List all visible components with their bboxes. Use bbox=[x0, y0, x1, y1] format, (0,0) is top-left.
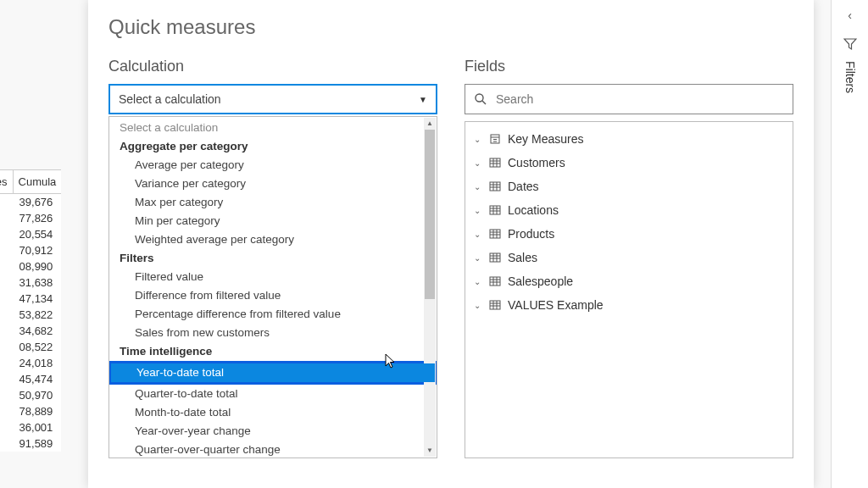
field-label: Sales bbox=[508, 251, 537, 264]
calculation-option[interactable]: Filtered value bbox=[109, 268, 437, 286]
bg-table-cell: 70,912 bbox=[0, 242, 61, 258]
fields-search-input[interactable] bbox=[496, 92, 784, 106]
bg-table-cell: 24,018 bbox=[0, 355, 61, 371]
fields-search[interactable] bbox=[465, 84, 793, 114]
calculation-option[interactable]: Max per category bbox=[109, 193, 437, 212]
bg-table-cell: 36,001 bbox=[0, 419, 61, 435]
svg-rect-31 bbox=[490, 277, 500, 286]
bg-table-cell: 31,638 bbox=[0, 274, 61, 291]
svg-point-0 bbox=[476, 94, 483, 102]
calculation-option[interactable]: Year-over-year change bbox=[109, 422, 437, 441]
calculation-option[interactable]: Average per category bbox=[109, 156, 437, 175]
bg-table-cell: 91,589 bbox=[0, 435, 61, 452]
fields-tree: ⌄Key Measures⌄Customers⌄Dates⌄Locations⌄… bbox=[465, 121, 793, 458]
field-label: Products bbox=[508, 227, 554, 241]
expand-pane-icon[interactable]: ‹ bbox=[848, 8, 852, 22]
calculation-group-header: Time intelligence bbox=[109, 342, 437, 361]
bg-table-cell: 39,676 bbox=[0, 194, 61, 210]
bg-table-cell: 20,554 bbox=[0, 226, 61, 242]
bg-table-cell: 45,474 bbox=[0, 371, 61, 387]
calculation-dropdown[interactable]: Select a calculation ▼ bbox=[108, 84, 437, 114]
calculation-dropdown-text: Select a calculation bbox=[119, 92, 221, 106]
field-tree-item[interactable]: ⌄Locations bbox=[465, 198, 793, 222]
chevron-down-icon: ⌄ bbox=[474, 158, 482, 168]
calculation-option-placeholder[interactable]: Select a calculation bbox=[109, 119, 437, 137]
scroll-down-icon[interactable]: ▼ bbox=[424, 445, 436, 457]
calculation-label: Calculation bbox=[108, 58, 437, 75]
scrollbar[interactable]: ▲ ▼ bbox=[424, 118, 436, 457]
calculation-option[interactable]: Difference from filtered value bbox=[109, 286, 437, 305]
calculation-group-header: Aggregate per category bbox=[109, 137, 437, 156]
field-label: VALUES Example bbox=[508, 298, 604, 312]
svg-rect-6 bbox=[490, 158, 500, 167]
fields-column: Fields ⌄Key Measures⌄Customers⌄Dates⌄Loc… bbox=[465, 58, 793, 458]
bg-table-cell: 08,990 bbox=[0, 258, 61, 274]
field-tree-item[interactable]: ⌄Key Measures bbox=[465, 127, 793, 151]
background-table: Sales Cumula 39,67677,82620,55470,91208,… bbox=[0, 169, 61, 452]
table-icon bbox=[489, 157, 501, 169]
field-tree-item[interactable]: ⌄Dates bbox=[465, 175, 793, 198]
bg-table-cell: 78,889 bbox=[0, 403, 61, 419]
bg-table-cell: 08,522 bbox=[0, 339, 61, 355]
bg-col-header: Sales bbox=[0, 170, 14, 193]
field-label: Locations bbox=[508, 203, 559, 217]
calculation-dropdown-list[interactable]: ▲ ▼ Select a calculationAggregate per ca… bbox=[108, 116, 437, 458]
chevron-down-icon: ⌄ bbox=[474, 182, 482, 191]
scroll-up-icon[interactable]: ▲ bbox=[424, 118, 436, 130]
calculation-option-selected[interactable]: Year-to-date total bbox=[111, 363, 435, 382]
bg-table-cell: 34,682 bbox=[0, 323, 61, 339]
calculation-option[interactable]: Weighted average per category bbox=[109, 230, 437, 249]
calculation-group-header: Filters bbox=[109, 249, 437, 268]
bg-table-cell: 50,970 bbox=[0, 387, 61, 403]
chevron-down-icon: ⌄ bbox=[474, 277, 482, 286]
bg-table-cell: 47,134 bbox=[0, 291, 61, 307]
quick-measures-panel: Quick measures Calculation Select a calc… bbox=[88, 0, 814, 488]
chevron-down-icon: ⌄ bbox=[474, 253, 482, 263]
search-icon bbox=[474, 92, 487, 106]
chevron-down-icon: ⌄ bbox=[474, 301, 482, 310]
table-icon bbox=[489, 275, 501, 287]
field-tree-item[interactable]: ⌄Salespeople bbox=[465, 269, 793, 293]
measure-icon bbox=[489, 133, 501, 145]
bg-col-header: Cumula bbox=[14, 170, 62, 193]
filter-icon bbox=[843, 37, 857, 51]
calculation-option[interactable]: Percentage difference from filtered valu… bbox=[109, 305, 437, 324]
svg-rect-26 bbox=[490, 253, 500, 262]
svg-rect-16 bbox=[490, 206, 500, 214]
calculation-option[interactable]: Variance per category bbox=[109, 175, 437, 193]
fields-label: Fields bbox=[465, 58, 793, 75]
calculation-option[interactable]: Quarter-over-quarter change bbox=[109, 441, 437, 458]
calculation-option[interactable]: Month-to-date total bbox=[109, 403, 437, 422]
chevron-down-icon: ⌄ bbox=[474, 206, 482, 215]
filters-pane-label: Filters bbox=[843, 61, 857, 93]
chevron-down-icon: ⌄ bbox=[474, 135, 482, 144]
field-label: Key Measures bbox=[508, 132, 583, 146]
svg-rect-21 bbox=[490, 230, 500, 238]
field-tree-item[interactable]: ⌄Products bbox=[465, 222, 793, 246]
svg-rect-36 bbox=[490, 301, 500, 309]
filters-pane-collapsed: ‹ Filters bbox=[831, 0, 868, 488]
table-icon bbox=[489, 204, 501, 216]
field-label: Customers bbox=[508, 156, 565, 169]
field-label: Salespeople bbox=[508, 274, 573, 288]
calculation-column: Calculation Select a calculation ▼ ▲ ▼ S… bbox=[108, 58, 437, 458]
bg-table-cell: 53,822 bbox=[0, 307, 61, 323]
table-icon bbox=[489, 228, 501, 240]
table-icon bbox=[489, 252, 501, 263]
svg-line-1 bbox=[482, 101, 486, 104]
field-tree-item[interactable]: ⌄Customers bbox=[465, 151, 793, 175]
svg-rect-11 bbox=[490, 182, 500, 191]
field-tree-item[interactable]: ⌄VALUES Example bbox=[465, 293, 793, 317]
chevron-down-icon: ▼ bbox=[419, 95, 427, 104]
panel-title: Quick measures bbox=[108, 15, 793, 39]
field-label: Dates bbox=[508, 180, 539, 193]
chevron-down-icon: ⌄ bbox=[474, 230, 482, 239]
scroll-thumb[interactable] bbox=[425, 130, 435, 299]
calculation-option[interactable]: Quarter-to-date total bbox=[109, 385, 437, 403]
bg-table-cell: 77,826 bbox=[0, 210, 61, 226]
table-icon bbox=[489, 299, 501, 311]
calculation-option[interactable]: Sales from new customers bbox=[109, 324, 437, 342]
field-tree-item[interactable]: ⌄Sales bbox=[465, 246, 793, 269]
table-icon bbox=[489, 180, 501, 192]
calculation-option[interactable]: Min per category bbox=[109, 212, 437, 230]
